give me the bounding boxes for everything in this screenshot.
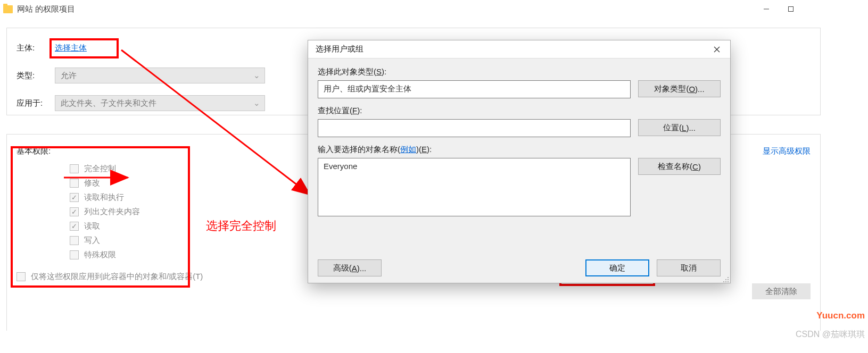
t: ) <box>698 162 701 171</box>
type-dropdown[interactable]: 允许 ⌄ <box>55 68 265 83</box>
t: S <box>376 67 382 76</box>
permission-label: 特殊权限 <box>84 250 116 260</box>
permission-checkbox[interactable] <box>70 179 79 188</box>
watermark-site: Yuucn.com <box>816 310 865 321</box>
type-label: 类型: <box>16 71 55 81</box>
t: O <box>689 85 695 94</box>
object-name-row: Everyone 检查名称(C) <box>318 158 721 216</box>
t: )... <box>357 264 367 273</box>
object-type-row: 用户、组或内置安全主体 对象类型(O)... <box>318 80 721 98</box>
resize-grip-icon[interactable] <box>722 275 729 283</box>
location-row: 位置(L)... <box>318 119 721 137</box>
ok-button[interactable]: 确定 <box>585 259 649 276</box>
window-title: 网站 的权限项目 <box>17 4 75 14</box>
t: )( <box>416 145 421 154</box>
permission-checkbox[interactable] <box>70 250 79 259</box>
permission-checkbox[interactable] <box>70 236 79 245</box>
dialog-title: 选择用户或组 <box>316 44 363 54</box>
t: 查找位置( <box>318 106 352 115</box>
dialog-close-button[interactable] <box>709 41 725 57</box>
t: )... <box>695 85 705 94</box>
svg-point-12 <box>725 281 726 282</box>
permission-label: 读取和执行 <box>84 192 124 203</box>
permission-label: 修改 <box>84 178 100 188</box>
svg-point-13 <box>728 281 729 282</box>
t: F <box>352 106 357 115</box>
svg-point-10 <box>728 279 729 280</box>
select-principal-link[interactable]: 选择主体 <box>55 43 87 53</box>
svg-point-11 <box>723 281 724 282</box>
maximize-button[interactable] <box>779 0 803 18</box>
advanced-button[interactable]: 高级(A)... <box>318 259 382 276</box>
permission-checkbox[interactable] <box>70 164 79 173</box>
permission-checkbox[interactable] <box>70 207 79 216</box>
t: 位置( <box>663 123 682 133</box>
t: E <box>421 145 427 154</box>
t: 高级( <box>333 263 352 273</box>
show-advanced-permissions-link[interactable]: 显示高级权限 <box>763 146 811 156</box>
only-apply-label: 仅将这些权限应用到此容器中的对象和/或容器(T) <box>31 272 203 282</box>
example-link[interactable]: 例如 <box>400 145 416 154</box>
type-value: 允许 <box>61 71 77 81</box>
t: ): <box>382 67 386 76</box>
permission-label: 列出文件夹内容 <box>84 207 140 217</box>
location-button[interactable]: 位置(L)... <box>638 119 721 136</box>
apply-dropdown[interactable]: 此文件夹、子文件夹和文件 ⌄ <box>55 95 265 111</box>
permission-label: 读取 <box>84 221 100 231</box>
only-apply-checkbox[interactable] <box>16 272 26 281</box>
svg-point-8 <box>728 277 729 278</box>
window-controls <box>754 0 828 18</box>
permission-label: 完全控制 <box>84 164 116 174</box>
apply-label: 应用于: <box>16 98 55 108</box>
t: 检查名称( <box>658 162 692 172</box>
location-field <box>318 119 631 137</box>
footer-right: 确定 取消 <box>585 259 721 276</box>
object-type-field: 用户、组或内置安全主体 <box>318 80 631 98</box>
chevron-down-icon: ⌄ <box>253 71 260 80</box>
window-titlebar: 网站 的权限项目 <box>0 0 828 18</box>
apply-value: 此文件夹、子文件夹和文件 <box>61 98 156 108</box>
t: 输入要选择的对象名称( <box>318 145 400 154</box>
svg-rect-1 <box>789 7 793 12</box>
check-names-button[interactable]: 检查名称(C) <box>638 158 721 175</box>
permission-checkbox[interactable] <box>70 222 79 231</box>
win-close-placeholder <box>803 0 828 18</box>
t: 选择此对象类型( <box>318 67 376 76</box>
watermark-csdn: CSDN @茄咪琪琪 <box>796 329 865 340</box>
dialog-titlebar: 选择用户或组 <box>308 40 730 58</box>
t: )... <box>686 123 696 132</box>
dialog-footer: 高级(A)... 确定 取消 <box>318 259 721 276</box>
dialog-body: 选择此对象类型(S): 用户、组或内置安全主体 对象类型(O)... 查找位置(… <box>308 58 730 284</box>
t: L <box>682 123 686 132</box>
minimize-button[interactable] <box>754 0 779 18</box>
cancel-button[interactable]: 取消 <box>657 259 721 276</box>
location-label: 查找位置(F): <box>318 106 721 116</box>
t: ): <box>427 145 432 154</box>
object-name-label: 输入要选择的对象名称(例如)(E): <box>318 145 721 155</box>
principal-label: 主体: <box>16 43 55 53</box>
t: 对象类型( <box>654 84 689 94</box>
object-type-button[interactable]: 对象类型(O)... <box>638 80 721 97</box>
permission-checkbox[interactable] <box>70 193 79 202</box>
t: C <box>692 162 698 171</box>
object-name-input[interactable]: Everyone <box>318 158 631 216</box>
select-user-dialog: 选择用户或组 选择此对象类型(S): 用户、组或内置安全主体 对象类型(O)..… <box>308 40 731 283</box>
chevron-down-icon: ⌄ <box>253 98 260 108</box>
t: A <box>352 264 357 273</box>
svg-point-9 <box>725 279 726 280</box>
folder-icon <box>3 5 13 13</box>
permission-label: 写入 <box>84 236 100 246</box>
clear-all-button[interactable]: 全部清除 <box>752 283 811 299</box>
t: ): <box>357 106 362 115</box>
object-type-label: 选择此对象类型(S): <box>318 67 721 77</box>
